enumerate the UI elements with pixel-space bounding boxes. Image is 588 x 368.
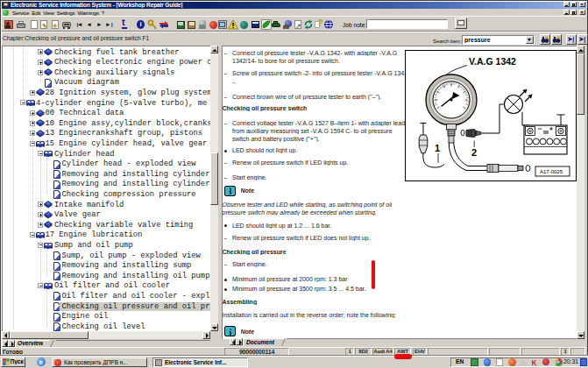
svg-text:1: 1 — [435, 143, 440, 153]
svg-text:V.A.G 1342: V.A.G 1342 — [469, 56, 516, 67]
svg-text:A17-0025: A17-0025 — [540, 169, 563, 174]
svg-text:2: 2 — [471, 147, 477, 158]
